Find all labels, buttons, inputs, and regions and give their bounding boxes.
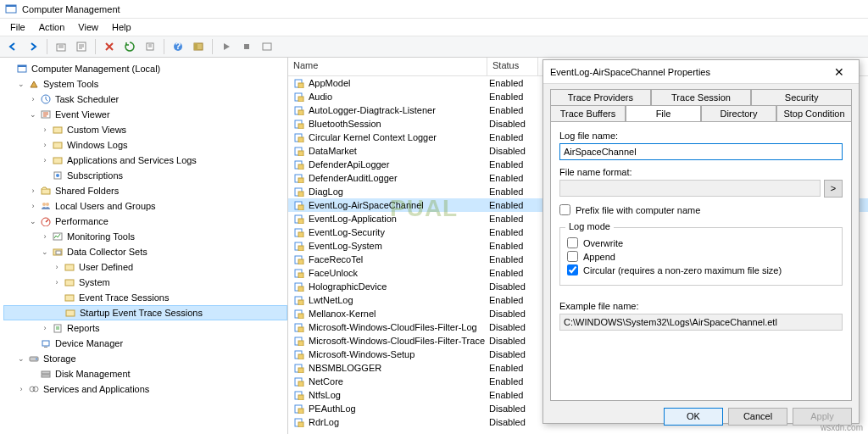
properties-icon[interactable] <box>72 37 91 56</box>
tree-diskmgmt[interactable]: Disk Management <box>3 366 287 381</box>
tree-subs[interactable]: Subscriptions <box>3 168 287 183</box>
cancel-button[interactable]: Cancel <box>728 408 787 426</box>
logfilename-input[interactable] <box>559 143 843 160</box>
tree-systools[interactable]: ⌄System Tools <box>3 76 287 92</box>
prefix-label: Prefix file with computer name <box>576 205 700 215</box>
tree-perf[interactable]: ⌄Performance <box>3 214 287 229</box>
pane-icon[interactable] <box>189 37 208 56</box>
svg-rect-45 <box>298 110 303 115</box>
svg-rect-83 <box>298 368 303 373</box>
session-icon <box>293 146 307 156</box>
back-icon[interactable] <box>3 37 22 56</box>
tab-trace-session[interactable]: Trace Session <box>651 89 752 105</box>
svg-rect-73 <box>298 300 303 305</box>
properties-dialog: EventLog-AirSpaceChannel Properties ✕ Tr… <box>542 59 860 424</box>
svg-rect-8 <box>194 43 198 50</box>
tree-eventviewer[interactable]: ⌄Event Viewer <box>3 107 287 122</box>
play-icon[interactable] <box>217 37 236 56</box>
tree-tasksched[interactable]: ›Task Scheduler <box>3 92 287 107</box>
tree-reports[interactable]: ›Reports <box>3 320 287 336</box>
example-label: Example file name: <box>559 301 843 311</box>
svg-rect-30 <box>66 310 75 316</box>
tree-storage[interactable]: ⌄Storage <box>3 351 287 366</box>
format-browse-button[interactable]: > <box>824 180 843 198</box>
help-icon[interactable]: ? <box>169 37 187 56</box>
tree-customviews[interactable]: ›Custom Views <box>3 122 287 137</box>
col-name[interactable]: Name <box>288 58 487 75</box>
tab-file[interactable]: File <box>626 105 701 121</box>
session-icon <box>293 173 307 183</box>
svg-point-22 <box>46 203 49 206</box>
svg-rect-36 <box>42 371 50 374</box>
tab-stop-condition[interactable]: Stop Condition <box>776 105 852 121</box>
tree-pane: Computer Management (Local) ⌄System Tool… <box>0 58 288 434</box>
session-icon <box>293 159 307 170</box>
svg-rect-87 <box>298 395 303 400</box>
tree-system[interactable]: ›System <box>3 275 287 290</box>
overwrite-checkbox[interactable] <box>567 237 578 248</box>
append-checkbox[interactable] <box>567 251 578 262</box>
tree-dcs[interactable]: ⌄Data Collector Sets <box>3 244 287 259</box>
svg-rect-27 <box>65 264 74 270</box>
up-icon[interactable] <box>52 37 70 56</box>
menu-file[interactable]: File <box>3 20 32 34</box>
tab-security[interactable]: Security <box>751 89 852 105</box>
session-icon <box>293 227 307 237</box>
tree-sharedfolders[interactable]: ›Shared Folders <box>3 183 287 198</box>
session-icon <box>293 390 307 400</box>
svg-rect-32 <box>42 341 49 346</box>
session-icon <box>293 417 307 427</box>
logmode-group-label: Log mode <box>565 221 614 231</box>
tree-sets[interactable]: Startup Event Trace Sessions <box>3 305 287 320</box>
col-status[interactable]: Status <box>487 58 538 75</box>
export-icon[interactable] <box>141 37 159 56</box>
stop-icon[interactable] <box>237 37 256 56</box>
menu-action[interactable]: Action <box>32 20 72 34</box>
tree-winlogs[interactable]: ›Windows Logs <box>3 137 287 153</box>
session-icon <box>293 132 307 142</box>
tree-montools[interactable]: ›Monitoring Tools <box>3 229 287 244</box>
ok-button[interactable]: OK <box>664 408 723 426</box>
tab-trace-providers[interactable]: Trace Providers <box>550 89 651 105</box>
menu-help[interactable]: Help <box>105 20 138 34</box>
app-icon <box>5 3 17 15</box>
tab-trace-buffers[interactable]: Trace Buffers <box>550 105 626 121</box>
tree-appsvclogs[interactable]: ›Applications and Services Logs <box>3 153 287 168</box>
tab-directory[interactable]: Directory <box>701 105 776 121</box>
example-value: C:\WINDOWS\System32\Logs\AirSpaceChannel… <box>559 314 843 331</box>
svg-rect-81 <box>298 354 303 359</box>
svg-rect-51 <box>298 151 303 156</box>
tree-userdef[interactable]: ›User Defined <box>3 259 287 275</box>
circular-checkbox[interactable] <box>567 264 578 275</box>
menu-view[interactable]: View <box>71 20 105 34</box>
window-title: Computer Management <box>22 4 120 14</box>
svg-rect-63 <box>298 232 303 237</box>
record-icon[interactable] <box>258 37 276 56</box>
svg-rect-10 <box>263 43 271 50</box>
svg-rect-85 <box>298 381 303 387</box>
tree-root[interactable]: Computer Management (Local) <box>3 61 287 76</box>
format-label: File name format: <box>559 167 843 177</box>
svg-rect-65 <box>298 246 303 251</box>
tree-svcapps[interactable]: ›Services and Applications <box>3 381 287 397</box>
prefix-checkbox[interactable] <box>559 204 570 215</box>
svg-rect-41 <box>298 83 303 88</box>
session-icon <box>293 186 307 197</box>
tree-ets[interactable]: Event Trace Sessions <box>3 290 287 305</box>
session-icon <box>293 281 307 292</box>
delete-icon[interactable] <box>100 37 119 56</box>
refresh-icon[interactable] <box>120 37 139 56</box>
svg-rect-47 <box>298 124 303 129</box>
toolbar: ? <box>0 36 868 58</box>
tree-devmgr[interactable]: Device Manager <box>3 336 287 351</box>
forward-icon[interactable] <box>24 37 42 56</box>
session-icon <box>293 241 307 251</box>
svg-point-39 <box>33 387 38 392</box>
svg-rect-37 <box>42 375 50 377</box>
logfilename-label: Log file name: <box>559 131 843 141</box>
close-icon[interactable]: ✕ <box>826 65 852 79</box>
svg-rect-28 <box>65 280 74 286</box>
tree-localusers[interactable]: ›Local Users and Groups <box>3 198 287 214</box>
svg-point-21 <box>42 203 46 206</box>
svg-point-19 <box>56 174 59 177</box>
